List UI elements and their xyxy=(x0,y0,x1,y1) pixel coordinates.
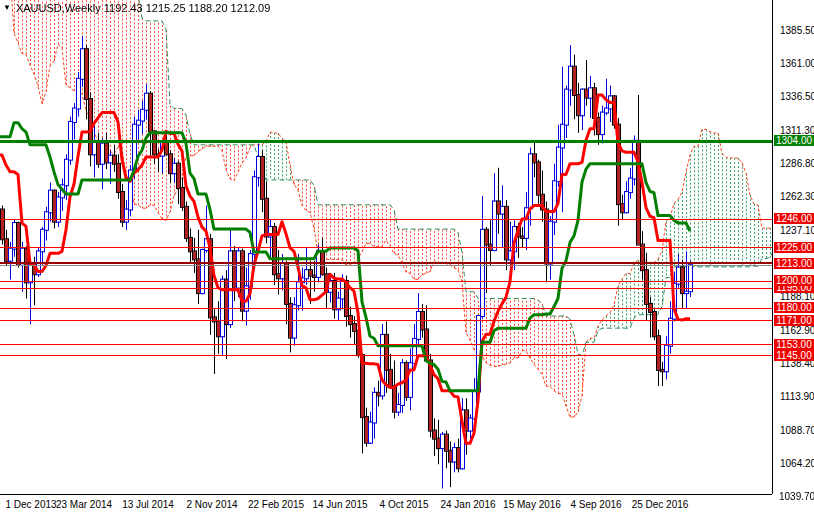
date-label: 2 Nov 2014 xyxy=(186,499,237,510)
price-tick-label: 1088.70 xyxy=(780,425,814,437)
price-level-badge: 1153.00 xyxy=(774,339,814,350)
price-tick-label: 1262.30 xyxy=(780,191,814,203)
date-label: 24 Jan 2016 xyxy=(440,499,495,510)
axis-corner: 1039.70 xyxy=(772,494,814,514)
price-level-badge: 1180.00 xyxy=(774,302,814,313)
trading-chart-window: ▼ XAUUSD,Weekly 1192.43 1215.25 1188.20 … xyxy=(0,0,814,514)
price-tick-label: 1162.90 xyxy=(780,325,814,337)
price-level-badge: 1246.00 xyxy=(774,213,814,224)
price-chart[interactable] xyxy=(0,0,814,514)
price-axis[interactable]: 1385.501361.001336.501311.301286.801262.… xyxy=(772,0,814,494)
price-level-badge: 1145.00 xyxy=(774,350,814,361)
price-tick-label: 1361.00 xyxy=(780,58,814,70)
price-level-badge: 1225.00 xyxy=(774,242,814,253)
price-tick-label: 1385.50 xyxy=(780,25,814,37)
price-tick-label: 1286.80 xyxy=(780,158,814,170)
time-axis[interactable]: 1 Dec 201323 Mar 201413 Jul 20142 Nov 20… xyxy=(0,494,773,514)
date-label: 25 Dec 2016 xyxy=(632,499,689,510)
price-level-badge: 1171.00 xyxy=(774,315,814,326)
date-label: 4 Oct 2015 xyxy=(380,499,429,510)
date-label: 13 Jul 2014 xyxy=(122,499,174,510)
price-tick-label: 1237.10 xyxy=(780,225,814,237)
price-level-badge: 1213.00 xyxy=(774,258,814,269)
chart-title: ▼ XAUUSD,Weekly 1192.43 1215.25 1188.20 … xyxy=(3,2,270,14)
date-label: 23 Mar 2014 xyxy=(56,499,112,510)
price-level-badge: 1304.00 xyxy=(774,135,814,146)
date-label: 1 Dec 2013 xyxy=(5,499,56,510)
price-tick-label: 1039.70 xyxy=(779,491,814,503)
date-label: 22 Feb 2015 xyxy=(248,499,304,510)
date-label: 14 Jun 2015 xyxy=(312,499,367,510)
price-tick-label: 1064.20 xyxy=(780,458,814,470)
price-tick-label: 1113.90 xyxy=(780,391,814,403)
price-tick-label: 1336.50 xyxy=(780,91,814,103)
date-label: 4 Sep 2016 xyxy=(570,499,621,510)
ohlc-readout: XAUUSD,Weekly 1192.43 1215.25 1188.20 12… xyxy=(16,2,270,14)
date-label: 15 May 2016 xyxy=(503,499,561,510)
collapse-triangle-icon[interactable]: ▼ xyxy=(3,3,11,13)
price-level-badge: 1200.00 xyxy=(774,275,814,286)
